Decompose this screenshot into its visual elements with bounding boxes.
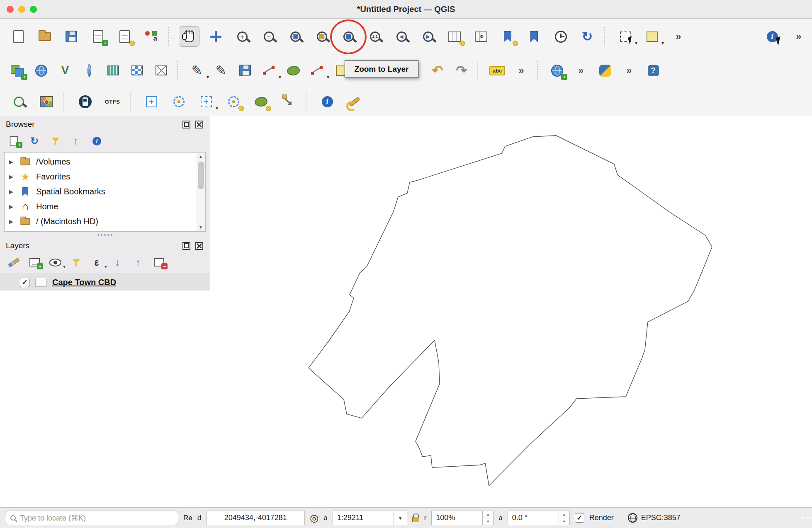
expand-all-button[interactable]: ↓ bbox=[109, 254, 126, 270]
new-geopackage-layer-button[interactable] bbox=[103, 60, 124, 81]
show-spatial-bookmarks-button[interactable] bbox=[524, 26, 545, 47]
select-features-by-value-button[interactable]: ▾ bbox=[642, 26, 662, 47]
search-layers-tool-button[interactable] bbox=[8, 91, 29, 112]
add-selected-layers-button[interactable]: + bbox=[5, 133, 22, 149]
help-button[interactable]: ? bbox=[643, 60, 664, 81]
panel-splitter[interactable] bbox=[0, 232, 210, 238]
tree-scrollbar[interactable]: ▲ ▼ bbox=[196, 153, 205, 231]
show-layout-manager-button[interactable] bbox=[114, 26, 135, 47]
layer-checkbox[interactable]: ✓ bbox=[20, 278, 29, 287]
extent-marker-icon[interactable]: ◎ bbox=[310, 512, 318, 524]
zoom-out-button[interactable]: − bbox=[258, 26, 279, 47]
filter-by-expression-button[interactable]: ε▾ bbox=[88, 254, 105, 270]
redo-button[interactable]: ↷ bbox=[451, 60, 472, 81]
scale-combobox[interactable]: 1:29211 ▼ bbox=[333, 511, 407, 525]
identify-info-tool-button[interactable]: i bbox=[317, 91, 338, 112]
expand-arrow-icon[interactable]: ▶ bbox=[8, 159, 15, 165]
new-shapefile-layer-button[interactable] bbox=[79, 60, 100, 81]
close-panel-icon[interactable] bbox=[195, 242, 203, 250]
add-raster-layer-button[interactable] bbox=[127, 60, 148, 81]
collapse-all-button[interactable]: ↑ bbox=[67, 133, 85, 149]
toggle-editing-button[interactable]: ✎ bbox=[211, 60, 231, 81]
coordinate-input[interactable]: 2049434,-4017281 bbox=[206, 511, 305, 525]
spin-buttons[interactable]: ▲ ▼ bbox=[482, 511, 493, 525]
spin-up-icon[interactable]: ▲ bbox=[559, 511, 569, 518]
labels-toolbar-overflow-button[interactable]: » bbox=[511, 60, 532, 81]
scale-dropdown-button[interactable]: ▼ bbox=[394, 511, 407, 525]
save-layer-edits-button[interactable]: ✎ bbox=[235, 60, 255, 81]
new-print-layout-button[interactable]: + bbox=[88, 26, 108, 47]
spin-buttons[interactable]: ▲ ▼ bbox=[559, 511, 569, 525]
expand-arrow-icon[interactable]: ▶ bbox=[8, 218, 15, 225]
expand-arrow-icon[interactable]: ▶ bbox=[8, 174, 15, 180]
zoom-in-button[interactable]: + bbox=[232, 26, 253, 47]
python-console-button[interactable] bbox=[595, 60, 615, 81]
expand-arrow-icon[interactable]: ▶ bbox=[8, 189, 15, 195]
zoom-next-button[interactable]: ▶ bbox=[418, 26, 438, 47]
open-layer-styling-panel-button[interactable] bbox=[5, 254, 22, 270]
render-checkbox[interactable]: ✓ bbox=[575, 513, 584, 523]
zoom-to-native-resolution-button[interactable]: 1:1 bbox=[365, 26, 385, 47]
browser-properties-button[interactable]: i bbox=[88, 133, 105, 149]
save-project-button[interactable] bbox=[61, 26, 82, 47]
browser-item[interactable]: ▶★Favorites bbox=[5, 169, 205, 184]
web-toolbar-globe-button[interactable]: + bbox=[547, 60, 567, 81]
minimize-window-button[interactable] bbox=[18, 6, 25, 13]
add-mesh-layer-button[interactable] bbox=[151, 60, 172, 81]
new-map-view-button[interactable] bbox=[444, 26, 465, 47]
new-project-button[interactable] bbox=[8, 26, 29, 47]
browser-tree[interactable]: ▶/Volumes▶★Favorites▶Spatial Bookmarks▶⌂… bbox=[4, 152, 206, 232]
identify-features-button[interactable]: i bbox=[762, 26, 783, 47]
browser-item[interactable]: ▶⌂Home bbox=[5, 199, 205, 214]
map-toolbar-overflow-button[interactable]: » bbox=[788, 26, 809, 47]
layer-row[interactable]: ✓Cape Town CBD bbox=[0, 274, 210, 291]
manage-map-themes-button[interactable]: ▾ bbox=[46, 254, 64, 270]
web-toolbar-overflow-button[interactable]: » bbox=[571, 60, 591, 81]
locate-search-input[interactable]: Type to locate (⌘K) bbox=[5, 511, 178, 525]
temporal-controller-panel-button[interactable] bbox=[550, 26, 571, 47]
refresh-browser-button[interactable]: ↻ bbox=[26, 133, 43, 149]
browser-item[interactable]: ▶/Volumes bbox=[5, 154, 205, 169]
vertex-tool-button[interactable]: ▾ bbox=[307, 60, 328, 81]
rotation-spinbox[interactable]: 0.0 ° ▲ ▼ bbox=[508, 511, 570, 525]
scrollbar-thumb[interactable] bbox=[198, 162, 204, 189]
selection-toolbar-overflow-button[interactable]: » bbox=[668, 26, 689, 47]
zoom-to-layer-button[interactable]: ▦Zoom to Layer bbox=[338, 26, 359, 47]
refresh-map-button[interactable]: ↻ bbox=[577, 26, 598, 47]
browser-item[interactable]: ▶/ (Macintosh HD) bbox=[5, 214, 205, 229]
layer-labeling-options-button[interactable]: abc bbox=[487, 60, 508, 81]
scroll-down-icon[interactable]: ▼ bbox=[199, 225, 203, 230]
undock-panel-icon[interactable] bbox=[182, 242, 190, 250]
add-vector-layer-button[interactable]: V bbox=[55, 60, 75, 81]
zoom-full-button[interactable]: ▣ bbox=[285, 26, 306, 47]
digitize-with-segment-button[interactable]: ▾ bbox=[259, 60, 280, 81]
open-project-button[interactable] bbox=[34, 26, 55, 47]
open-data-source-manager-button[interactable]: + bbox=[7, 60, 27, 81]
pan-map-button[interactable] bbox=[179, 26, 199, 47]
select-features-button[interactable]: ▾ bbox=[615, 26, 636, 47]
zoom-last-button[interactable]: ◀ bbox=[391, 26, 412, 47]
filter-browser-button[interactable] bbox=[46, 133, 64, 149]
zoom-to-selection-button[interactable]: ▤ bbox=[311, 26, 332, 47]
browser-item[interactable]: ▶Spatial Bookmarks bbox=[5, 184, 205, 199]
filter-legend-button[interactable] bbox=[67, 254, 85, 270]
close-panel-icon[interactable] bbox=[195, 121, 203, 128]
current-edits-button[interactable]: ✎▾ bbox=[187, 60, 207, 81]
new-3d-map-view-button[interactable]: 3D bbox=[471, 26, 491, 47]
spin-down-icon[interactable]: ▼ bbox=[483, 518, 493, 525]
rotate-around-point-tool-button[interactable] bbox=[168, 91, 189, 112]
add-group-button[interactable]: + bbox=[26, 254, 43, 270]
undo-button[interactable]: ↶ bbox=[427, 60, 448, 81]
trace-arrow-tool-button[interactable]: ↘ bbox=[278, 91, 299, 112]
map-canvas[interactable] bbox=[210, 116, 812, 507]
undock-panel-icon[interactable] bbox=[182, 121, 190, 128]
gtfs-plugin-button[interactable]: GTFS bbox=[102, 91, 123, 112]
magnifier-spinbox[interactable]: 100% ▲ ▼ bbox=[431, 511, 494, 525]
plugins-toolbar-overflow-button[interactable]: » bbox=[619, 60, 639, 81]
spin-down-icon[interactable]: ▼ bbox=[559, 518, 569, 525]
crs-status-button[interactable]: EPSG:3857 bbox=[628, 513, 681, 523]
rotate-feature-tool-button[interactable] bbox=[223, 91, 244, 112]
add-web-layer-button[interactable] bbox=[31, 60, 51, 81]
move-feature-tool-button[interactable]: +▾ bbox=[196, 91, 216, 112]
add-polygon-feature-button[interactable] bbox=[283, 60, 304, 81]
